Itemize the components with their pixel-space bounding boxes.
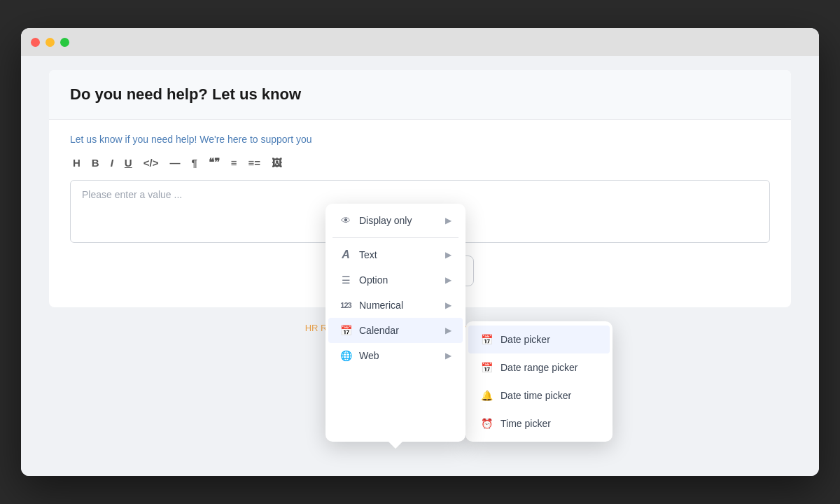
menu-item-numerical-left: 123 Numerical xyxy=(340,299,403,312)
text-arrow: ▶ xyxy=(445,250,451,260)
menu-label-web: Web xyxy=(359,350,379,361)
eye-icon: 👁 xyxy=(340,214,352,227)
menu-item-web-left: 🌐 Web xyxy=(340,349,379,362)
toolbar-paragraph[interactable]: ¶ xyxy=(188,155,200,170)
card-body: Let us know if you need help! We're here… xyxy=(49,120,791,307)
toolbar-divider-1: — xyxy=(167,155,183,170)
menu-label-text: Text xyxy=(359,249,377,260)
menu-label-calendar: Calendar xyxy=(359,325,399,336)
element-type-menu: 👁 Display only ▶ A Text xyxy=(326,204,465,442)
sub-menu-item-date-time-picker[interactable]: 🔔 Date time picker xyxy=(468,382,610,410)
toolbar-underline[interactable]: U xyxy=(122,155,135,170)
web-icon: 🌐 xyxy=(340,349,352,362)
numerical-arrow: ▶ xyxy=(445,300,451,310)
toolbar-quote[interactable]: ❝❞ xyxy=(206,155,223,170)
minimize-button[interactable] xyxy=(46,38,55,47)
date-picker-icon: 📅 xyxy=(479,332,493,346)
menu-item-option[interactable]: ☰ Option ▶ xyxy=(328,267,463,293)
calendar-icon: 📅 xyxy=(340,324,352,337)
menu-item-display-only-left: 👁 Display only xyxy=(340,214,412,227)
menu-item-calendar[interactable]: 📅 Calendar ▶ xyxy=(328,318,463,343)
sub-menu-label-time-picker: Time picker xyxy=(500,418,551,429)
numerical-icon: 123 xyxy=(340,299,352,312)
date-time-picker-icon: 🔔 xyxy=(479,388,493,402)
date-range-picker-icon: 📅 xyxy=(479,360,493,374)
display-only-arrow: ▶ xyxy=(445,216,451,225)
toolbar-italic[interactable]: I xyxy=(108,155,116,170)
sub-menu-label-date-picker: Date picker xyxy=(500,334,550,345)
menu-item-text-left: A Text xyxy=(340,248,377,261)
toolbar-ordered-list[interactable]: ≡= xyxy=(246,155,264,170)
menu-item-option-left: ☰ Option xyxy=(340,274,388,286)
menu-label-display-only: Display only xyxy=(359,215,412,226)
calendar-submenu: 📅 Date picker 📅 Date range picker 🔔 Date… xyxy=(465,321,612,442)
app-window: Do you need help? Let us know Let us kno… xyxy=(21,28,819,476)
input-placeholder: Please enter a value ... xyxy=(82,189,182,200)
menu-item-text[interactable]: A Text ▶ xyxy=(328,242,463,267)
card-header: Do you need help? Let us know xyxy=(49,70,791,120)
close-button[interactable] xyxy=(31,38,40,47)
menu-item-numerical[interactable]: 123 Numerical ▶ xyxy=(328,293,463,318)
page-title: Do you need help? Let us know xyxy=(70,85,770,104)
calendar-arrow: ▶ xyxy=(445,326,451,335)
toolbar-bold[interactable]: B xyxy=(89,155,102,170)
text-toolbar: H B I U </> — ¶ ❝❞ ≡ ≡= 🖼 xyxy=(70,155,770,170)
subtitle-text: Let us know if you need help! We're here… xyxy=(70,134,770,145)
sub-menu-item-date-picker[interactable]: 📅 Date picker xyxy=(468,326,610,354)
menu-item-calendar-left: 📅 Calendar xyxy=(340,324,399,337)
toolbar-list[interactable]: ≡ xyxy=(228,155,240,170)
sub-menu-item-date-range-picker[interactable]: 📅 Date range picker xyxy=(468,354,610,382)
toolbar-code[interactable]: </> xyxy=(141,155,162,170)
sub-menu-label-date-range-picker: Date range picker xyxy=(500,362,578,373)
sub-menu-label-date-time-picker: Date time picker xyxy=(500,390,571,401)
toolbar-heading[interactable]: H xyxy=(70,155,83,170)
dropdown-container: 👁 Display only ▶ A Text xyxy=(326,204,612,442)
form-card: Do you need help? Let us know Let us kno… xyxy=(49,70,791,307)
menu-label-option: Option xyxy=(359,274,388,286)
web-arrow: ▶ xyxy=(445,351,451,360)
time-picker-icon: ⏰ xyxy=(479,416,493,430)
content-area: Do you need help? Let us know Let us kno… xyxy=(21,56,819,476)
titlebar xyxy=(21,28,819,56)
menu-divider-1 xyxy=(332,237,458,238)
text-icon: A xyxy=(340,248,352,261)
menu-item-web[interactable]: 🌐 Web ▶ xyxy=(328,343,463,368)
maximize-button[interactable] xyxy=(60,38,69,47)
toolbar-image[interactable]: 🖼 xyxy=(269,155,285,170)
option-arrow: ▶ xyxy=(445,275,451,285)
menu-label-numerical: Numerical xyxy=(359,300,403,311)
option-icon: ☰ xyxy=(340,274,352,286)
sub-menu-item-time-picker[interactable]: ⏰ Time picker xyxy=(468,410,610,438)
menu-item-display-only[interactable]: 👁 Display only ▶ xyxy=(328,208,463,233)
